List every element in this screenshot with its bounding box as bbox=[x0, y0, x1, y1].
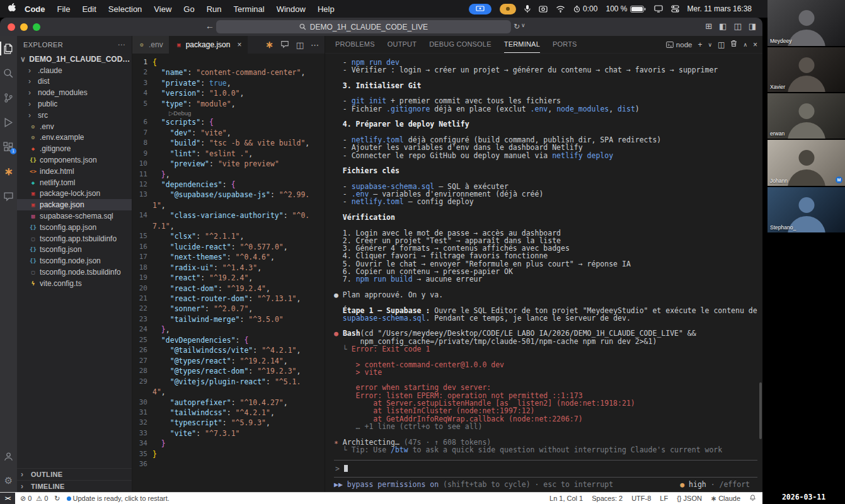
panel-tab-output[interactable]: OUTPUT bbox=[388, 36, 417, 53]
file-item-supabase-schema.sql[interactable]: ▤supabase-schema.sql bbox=[17, 210, 132, 222]
sync-icon[interactable]: ↻ bbox=[54, 495, 60, 503]
menu-item-code[interactable]: Code bbox=[25, 4, 45, 14]
close-panel-icon[interactable]: × bbox=[753, 40, 757, 49]
customize-layout-icon[interactable]: ⊞ bbox=[705, 21, 712, 31]
status-item--json[interactable]: {} JSON bbox=[677, 495, 702, 503]
recording-timer[interactable]: 0:00 bbox=[573, 4, 597, 13]
menu-item-selection[interactable]: Selection bbox=[108, 4, 142, 14]
chevron-down-icon[interactable]: ∨ bbox=[708, 42, 712, 48]
file-item-package.json[interactable]: ▣package.json bbox=[17, 199, 132, 210]
outline-section[interactable]: › OUTLINE bbox=[17, 468, 132, 480]
split-editor-icon[interactable]: ◫ bbox=[296, 40, 304, 50]
account-icon[interactable] bbox=[0, 449, 17, 464]
screen-share-indicator[interactable] bbox=[469, 4, 491, 14]
source-control-icon[interactable] bbox=[0, 90, 17, 105]
terminal-output[interactable]: - npm run dev - Vérifier : login → créer… bbox=[325, 54, 762, 492]
kill-terminal-icon[interactable] bbox=[730, 40, 737, 49]
terminal-profile-select[interactable]: node bbox=[666, 41, 693, 49]
file-item-netlify.toml[interactable]: ◆netlify.toml bbox=[17, 177, 132, 188]
chat-bubble-icon[interactable] bbox=[280, 40, 289, 50]
notifications-bell-icon[interactable] bbox=[749, 494, 756, 503]
terminal-scrollbar[interactable] bbox=[759, 382, 762, 439]
menu-item-window[interactable]: Window bbox=[277, 4, 306, 14]
chevron-down-icon: ∨ bbox=[20, 55, 27, 64]
menu-item-run[interactable]: Run bbox=[207, 4, 222, 14]
close-window-button[interactable] bbox=[8, 23, 15, 31]
explorer-icon[interactable] bbox=[0, 41, 17, 56]
timeline-section[interactable]: › TIMELINE bbox=[17, 480, 132, 492]
folder-item-public[interactable]: ›public bbox=[17, 98, 132, 110]
file-item-.env.example[interactable]: ⚙.env.example bbox=[17, 132, 132, 144]
recording-widget[interactable] bbox=[500, 4, 516, 14]
menu-item-view[interactable]: View bbox=[154, 4, 171, 14]
menu-item-go[interactable]: Go bbox=[183, 4, 194, 14]
navigate-back-button[interactable]: ← bbox=[205, 21, 214, 31]
toggle-panel-icon[interactable]: ◫ bbox=[733, 21, 741, 31]
menubar-clock[interactable]: Mer. 11 mars 16:38 bbox=[687, 4, 752, 13]
code-editor[interactable]: 1{2 "name": "content-command-center",3 "… bbox=[132, 54, 325, 492]
folder-item-node_modules[interactable]: ›node_modules bbox=[17, 87, 132, 98]
toggle-sidebar-icon[interactable]: ◧ bbox=[719, 21, 727, 31]
claude-spark-icon[interactable]: ∗ bbox=[265, 39, 273, 50]
file-item-tsconfig.app.json[interactable]: {}tsconfig.app.json bbox=[17, 222, 132, 233]
panel-tab-debug-console[interactable]: DEBUG CONSOLE bbox=[429, 36, 491, 53]
file-item-vite.config.ts[interactable]: ϟvite.config.ts bbox=[17, 278, 132, 289]
file-item-tsconfig.node.tsbuildinfo[interactable]: ▢tsconfig.node.tsbuildinfo bbox=[17, 266, 132, 278]
tab-package.json[interactable]: ▣package.json× bbox=[170, 36, 248, 54]
tab-.env[interactable]: ⚙.env bbox=[132, 36, 170, 54]
new-terminal-icon[interactable]: + bbox=[698, 40, 702, 49]
settings-gear-icon[interactable]: ⚙ bbox=[0, 473, 17, 488]
status-item-lf[interactable]: LF bbox=[660, 495, 668, 503]
folder-item-src[interactable]: ›src bbox=[17, 110, 132, 121]
status-item-ln-1-col-1[interactable]: Ln 1, Col 1 bbox=[549, 495, 583, 503]
menu-item-edit[interactable]: Edit bbox=[82, 4, 96, 14]
panel-tab-problems[interactable]: PROBLEMS bbox=[335, 36, 375, 53]
zoom-window-button[interactable] bbox=[33, 23, 40, 31]
codelens-debug[interactable]: ▷Debug bbox=[136, 109, 325, 117]
claude-extension-icon[interactable]: ∗ bbox=[0, 164, 17, 179]
file-item-tsconfig.app.tsbuildinfo[interactable]: ▢tsconfig.app.tsbuildinfo bbox=[17, 233, 132, 244]
file-item-package-lock.json[interactable]: ▣package-lock.json bbox=[17, 188, 132, 200]
status-item-spaces-2[interactable]: Spaces: 2 bbox=[592, 495, 623, 503]
claude-input-box[interactable]: > bbox=[334, 460, 757, 478]
status-item-utf-8[interactable]: UTF-8 bbox=[631, 495, 651, 503]
file-item-tsconfig.node.json[interactable]: {}tsconfig.node.json bbox=[17, 255, 132, 266]
close-tab-icon[interactable]: × bbox=[237, 40, 241, 49]
file-item-tsconfig.json[interactable]: {}tsconfig.json bbox=[17, 244, 132, 256]
control-center-icon[interactable] bbox=[671, 5, 679, 13]
battery-indicator[interactable]: 100 % bbox=[606, 4, 645, 13]
menu-item-help[interactable]: Help bbox=[318, 4, 335, 14]
status-item-claude[interactable]: ∗Claude bbox=[711, 495, 740, 503]
minimize-window-button[interactable] bbox=[20, 23, 28, 31]
apple-logo-icon[interactable] bbox=[8, 3, 16, 14]
file-item-.gitignore[interactable]: ◆.gitignore bbox=[17, 143, 132, 154]
update-notification[interactable]: Update is ready, click to restart. bbox=[67, 495, 170, 502]
file-item-index.html[interactable]: <>index.html bbox=[17, 166, 132, 177]
remote-indicator[interactable]: >< bbox=[0, 493, 15, 504]
command-center-search[interactable]: DEMO_1H_CLAUDE_CODE_LIVE bbox=[216, 20, 511, 33]
screenshot-icon[interactable] bbox=[539, 5, 548, 13]
wifi-icon[interactable] bbox=[556, 6, 565, 13]
workspace-root[interactable]: ∨ DEMO_1H_CLAUDE_CODE_... bbox=[17, 54, 132, 65]
editor-more-actions-icon[interactable]: ⋯ bbox=[311, 40, 319, 50]
menu-item-terminal[interactable]: Terminal bbox=[234, 4, 265, 14]
refresh-button[interactable]: ↻∨ bbox=[514, 22, 526, 31]
maximize-panel-icon[interactable]: ∧ bbox=[743, 42, 747, 48]
display-icon[interactable] bbox=[654, 5, 663, 13]
file-item-components.json[interactable]: {}components.json bbox=[17, 154, 132, 166]
panel-tab-terminal[interactable]: TERMINAL bbox=[504, 36, 540, 53]
explorer-more-actions-icon[interactable]: ⋯ bbox=[118, 40, 125, 49]
problems-indicator[interactable]: ⊘0 ⚠0 bbox=[20, 495, 48, 503]
split-terminal-icon[interactable]: ◫ bbox=[718, 40, 725, 49]
chat-icon[interactable] bbox=[0, 188, 17, 203]
microphone-icon[interactable] bbox=[524, 4, 531, 13]
file-item-.env[interactable]: ⚙.env bbox=[17, 121, 132, 132]
run-debug-icon[interactable] bbox=[0, 115, 17, 130]
search-icon[interactable] bbox=[0, 66, 17, 81]
folder-item-.claude[interactable]: ›.claude bbox=[17, 65, 132, 76]
panel-tab-ports[interactable]: PORTS bbox=[553, 36, 577, 53]
toggle-secondary-sidebar-icon[interactable]: ◨ bbox=[749, 21, 756, 31]
folder-item-dist[interactable]: ›dist bbox=[17, 76, 132, 88]
extensions-icon[interactable]: 1 bbox=[0, 139, 17, 154]
menu-item-file[interactable]: File bbox=[57, 4, 71, 14]
